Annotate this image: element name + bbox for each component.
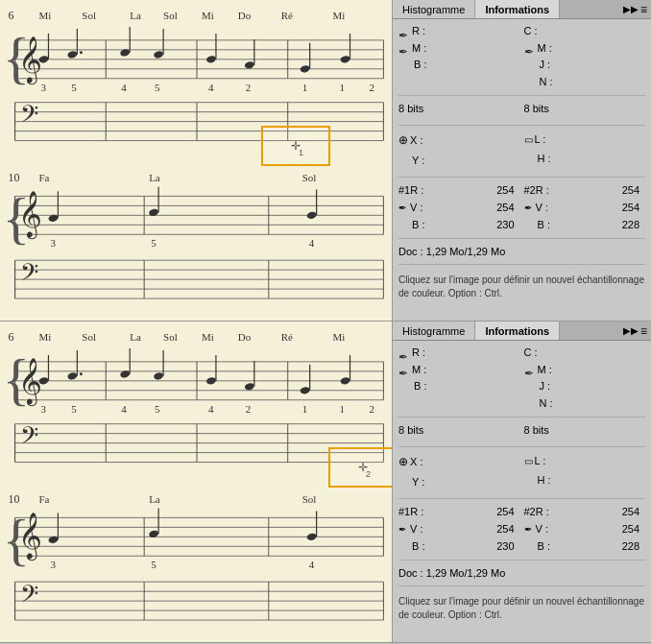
hash1v-label-2: V : <box>410 521 422 538</box>
info-panel-1: Histogramme Informations ▶▶ ≡ ✒ R : ✒ M … <box>392 0 651 321</box>
hash-left-1: #1R : 254 ✒ V : 254 B : 230 <box>398 182 520 233</box>
hash1r-value-2: 254 <box>496 504 519 521</box>
hash2r-value-2: 254 <box>622 504 645 521</box>
svg-text:10: 10 <box>9 171 20 184</box>
hash1v-value-1: 254 <box>496 200 519 217</box>
tab-histogramme-2[interactable]: Histogramme <box>393 322 475 340</box>
divider-2e <box>398 585 645 586</box>
svg-text:Ré: Ré <box>281 10 293 21</box>
svg-text:{: { <box>3 186 31 250</box>
color-section-1: ✒ R : ✒ M : B : C : ✒ <box>398 23 645 90</box>
hash-right-1: #2R : 254 ✒ V : 254 B : 228 <box>524 182 646 233</box>
tab-arrow-1[interactable]: ▶▶ ≡ <box>619 3 651 16</box>
svg-text:4: 4 <box>309 237 315 249</box>
selection-box-1[interactable]: ✛ 1 <box>261 126 330 166</box>
coord-left-1: ⊕ X : Y : <box>398 131 520 170</box>
color-half-left-2: ✒ R : ✒ M : B : <box>398 345 520 412</box>
c-row-2: C : <box>524 345 646 362</box>
svg-text:4: 4 <box>208 403 214 415</box>
hash1b-value-2: 230 <box>496 538 519 556</box>
bits-row-left-2: 8 bits <box>398 422 520 440</box>
hash-left-2: #1R : 254 ✒ V : 254 B : 230 <box>398 504 520 555</box>
svg-text:Sol: Sol <box>82 331 96 343</box>
music-area-1[interactable]: 6 Mi Sol La Sol Mi Do Ré Mi 𝄞 <box>0 0 392 321</box>
n-label-2: N : <box>540 395 553 413</box>
eyedrop2-icon-2: ✒ <box>524 522 532 537</box>
svg-text:4: 4 <box>309 559 315 570</box>
c-label-2: C : <box>524 345 538 362</box>
eyedrop-icon-2: ✒ <box>398 522 406 537</box>
hash2v-value-1: 254 <box>622 200 645 217</box>
eyedrop-r-icon-2: ✒ <box>398 348 408 358</box>
hash1b-row-2: B : 230 <box>398 538 520 556</box>
svg-text:{: { <box>3 508 31 571</box>
info-content-2: ✒ R : ✒ M : B : C : ✒ <box>393 341 651 642</box>
bits-row-right-1: 8 bits <box>524 101 646 118</box>
hash2r-label-2: #2R : <box>524 504 549 521</box>
m-label-1: M : <box>412 40 426 58</box>
svg-text:5: 5 <box>151 237 157 249</box>
svg-text:Fa: Fa <box>38 172 49 183</box>
l-label-1: L : <box>535 131 546 150</box>
tab-arrow-2[interactable]: ▶▶ ≡ <box>619 324 651 338</box>
svg-text:4: 4 <box>121 403 127 415</box>
hash1b-row-1: B : 230 <box>398 217 520 234</box>
svg-text:{: { <box>3 347 31 411</box>
coord-right-2: ▭ L : H : <box>524 452 646 491</box>
x-label-2: X : <box>410 453 422 472</box>
crosshair-coord-icon-2: ⊕ <box>398 452 408 473</box>
tab-histogramme-1[interactable]: Histogramme <box>393 0 475 18</box>
svg-text:2: 2 <box>369 403 374 415</box>
svg-text:La: La <box>149 493 160 505</box>
eyedrop-m2-icon-1: ✒ <box>524 43 534 53</box>
hash1r-row-1: #1R : 254 <box>398 182 520 200</box>
divider-1e <box>398 264 645 265</box>
divider-1b <box>398 125 645 126</box>
svg-text:5: 5 <box>71 82 77 93</box>
svg-text:Do: Do <box>238 10 252 21</box>
n-label-1: N : <box>540 74 553 91</box>
svg-text:Sol: Sol <box>82 10 96 21</box>
y-row-1: Y : <box>398 152 520 171</box>
m-label-2: M : <box>412 362 426 379</box>
svg-text:𝄢: 𝄢 <box>20 259 38 291</box>
x-label-1: X : <box>410 131 422 151</box>
j-row-2: J : <box>524 378 646 395</box>
bits-left-2: 8 bits <box>398 422 520 440</box>
tab-informations-2[interactable]: Informations <box>475 322 560 340</box>
svg-text:4: 4 <box>208 82 214 93</box>
svg-text:1: 1 <box>340 82 345 93</box>
hash-section-1: #1R : 254 ✒ V : 254 B : 230 #2R <box>398 182 645 233</box>
hash1v-row-1: ✒ V : 254 <box>398 200 520 217</box>
svg-text:Sol: Sol <box>302 493 317 505</box>
bits-right-2: 8 bits <box>524 422 646 440</box>
panel-2: 6 Mi Sol La Sol Mi Do Ré Mi 𝄞 <box>0 322 651 643</box>
b-row-2: B : <box>398 378 520 395</box>
divider-1a <box>398 95 645 96</box>
rect-icon-2: ▭ <box>524 453 533 470</box>
svg-text:2: 2 <box>246 403 251 415</box>
hash2b-label-2: B : <box>538 538 550 556</box>
hash2r-value-1: 254 <box>622 182 645 200</box>
r-label-1: R : <box>412 23 425 40</box>
n-row-1: N : <box>524 74 646 91</box>
hash2v-label-1: V : <box>536 200 548 217</box>
hash2r-row-2: #2R : 254 <box>524 504 646 521</box>
bits-row-left-1: 8 bits <box>398 101 520 118</box>
svg-text:4: 4 <box>121 82 127 93</box>
hash2b-row-2: B : 228 <box>524 538 646 556</box>
hash2v-row-1: ✒ V : 254 <box>524 200 646 217</box>
svg-text:Sol: Sol <box>302 172 317 183</box>
music-area-2[interactable]: 6 Mi Sol La Sol Mi Do Ré Mi 𝄞 <box>0 322 392 642</box>
selection-box-2[interactable]: ✛ 2 <box>328 447 392 488</box>
crosshair-coord-icon-1: ⊕ <box>398 131 408 152</box>
j-row-1: J : <box>524 57 646 74</box>
eyedrop-r-icon-1: ✒ <box>398 27 408 36</box>
divider-2d <box>398 560 645 561</box>
svg-text:𝄢: 𝄢 <box>20 422 38 454</box>
svg-text:3: 3 <box>50 559 56 570</box>
r-row-2: ✒ R : <box>398 345 520 362</box>
y-row-2: Y : <box>398 473 520 492</box>
bits-left-1: 8 bits <box>398 101 520 118</box>
tab-informations-1[interactable]: Informations <box>475 0 560 18</box>
